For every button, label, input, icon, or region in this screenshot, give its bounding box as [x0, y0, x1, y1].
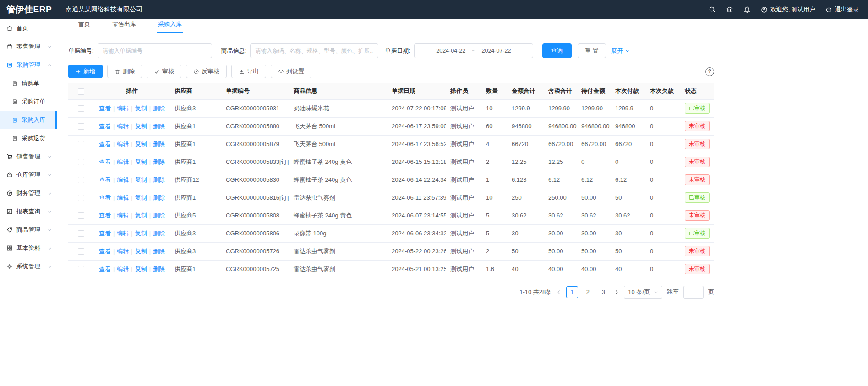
jump-page-input[interactable]	[683, 286, 704, 299]
row-action-copy[interactable]: 复制	[135, 176, 147, 183]
sidebar-item-home[interactable]: 首页	[0, 19, 57, 38]
row-checkbox[interactable]	[78, 266, 84, 272]
search-button[interactable]: 查询	[542, 43, 572, 58]
row-action-view[interactable]: 查看	[99, 176, 111, 183]
logout-button[interactable]: 退出登录	[825, 5, 859, 14]
sidebar-item-purchase-return[interactable]: 采购退货	[0, 129, 57, 147]
page-size-select[interactable]: 10 条/页	[624, 286, 662, 299]
row-action-view[interactable]: 查看	[99, 194, 111, 201]
row-action-copy[interactable]: 复制	[135, 194, 147, 201]
row-action-delete[interactable]: 删除	[153, 105, 165, 112]
row-action-edit[interactable]: 编辑	[117, 105, 129, 112]
row-action-edit[interactable]: 编辑	[117, 158, 129, 165]
row-action-edit[interactable]: 编辑	[117, 194, 129, 201]
tab-purchase-inbound[interactable]: 采购入库	[157, 19, 183, 33]
row-checkbox[interactable]	[78, 159, 84, 165]
row-action-edit[interactable]: 编辑	[117, 123, 129, 130]
row-action-view[interactable]: 查看	[99, 105, 111, 112]
row-action-copy[interactable]: 复制	[135, 105, 147, 112]
row-action-copy[interactable]: 复制	[135, 212, 147, 219]
row-action-edit[interactable]: 编辑	[117, 141, 129, 147]
page-button[interactable]: 3	[597, 286, 609, 298]
date-start-value[interactable]: 2024-04-22	[436, 48, 465, 54]
column-settings-button[interactable]: 列设置	[271, 65, 311, 78]
select-all-checkbox[interactable]	[78, 88, 84, 95]
row-action-delete[interactable]: 删除	[153, 176, 165, 183]
welcome-user[interactable]: 欢迎您, 测试用户	[761, 5, 815, 14]
tab-retail-outbound[interactable]: 零售出库	[111, 19, 137, 33]
row-action-copy[interactable]: 复制	[135, 266, 147, 272]
date-end-value[interactable]: 2024-07-22	[482, 48, 511, 54]
sidebar-item-basic-data[interactable]: 基本资料	[0, 239, 57, 257]
row-action-view[interactable]: 查看	[99, 141, 111, 147]
cell-supplier: 供应商1	[170, 260, 221, 278]
row-action-delete[interactable]: 删除	[153, 266, 165, 272]
page-button[interactable]: 2	[582, 286, 594, 298]
row-action-view[interactable]: 查看	[99, 266, 111, 272]
row-action-delete[interactable]: 删除	[153, 212, 165, 219]
search-icon[interactable]	[709, 6, 716, 13]
export-button[interactable]: 导出	[231, 65, 266, 78]
cell-status: 未审核	[680, 171, 714, 189]
document-icon	[12, 81, 18, 87]
row-action-delete[interactable]: 删除	[153, 230, 165, 237]
date-range-picker[interactable]: 2024-04-22 ~ 2024-07-22	[414, 43, 533, 58]
delete-button[interactable]: 删除	[107, 65, 142, 78]
column-header: 含税合计	[544, 83, 577, 99]
expand-filters-link[interactable]: 展开	[611, 47, 630, 55]
sidebar-item-warehouse[interactable]: 仓库管理	[0, 166, 57, 184]
row-action-view[interactable]: 查看	[99, 123, 111, 130]
row-action-delete[interactable]: 删除	[153, 248, 165, 255]
prev-page-icon[interactable]	[556, 289, 562, 295]
row-action-copy[interactable]: 复制	[135, 158, 147, 165]
sidebar-item-purchase-inbound[interactable]: 采购入库	[0, 111, 57, 129]
row-action-edit[interactable]: 编辑	[117, 266, 129, 272]
next-page-icon[interactable]	[614, 289, 619, 295]
page-button[interactable]: 1	[566, 286, 578, 298]
sidebar-item-sales[interactable]: 销售管理	[0, 147, 57, 166]
tab-home[interactable]: 首页	[77, 19, 91, 33]
row-action-delete[interactable]: 删除	[153, 141, 165, 147]
row-action-edit[interactable]: 编辑	[117, 176, 129, 183]
row-action-view[interactable]: 查看	[99, 230, 111, 237]
row-action-edit[interactable]: 编辑	[117, 248, 129, 255]
sidebar-item-finance[interactable]: 财务管理	[0, 184, 57, 202]
audit-button[interactable]: 审核	[147, 65, 181, 78]
sidebar-item-purchase[interactable]: 采购管理	[0, 56, 57, 74]
row-action-edit[interactable]: 编辑	[117, 230, 129, 237]
row-checkbox[interactable]	[78, 212, 84, 219]
bell-icon[interactable]	[743, 6, 751, 13]
row-action-copy[interactable]: 复制	[135, 123, 147, 130]
reset-button[interactable]: 重 置	[578, 43, 606, 58]
row-checkbox[interactable]	[78, 195, 84, 201]
row-checkbox[interactable]	[78, 141, 84, 147]
row-action-view[interactable]: 查看	[99, 158, 111, 165]
row-action-view[interactable]: 查看	[99, 248, 111, 255]
sidebar-item-purchase-order[interactable]: 采购订单	[0, 92, 57, 111]
row-action-edit[interactable]: 编辑	[117, 212, 129, 219]
sidebar-item-purchase-request[interactable]: 请购单	[0, 74, 57, 92]
row-checkbox[interactable]	[78, 177, 84, 183]
sidebar-item-label: 基本资料	[16, 244, 40, 252]
sidebar-item-retail[interactable]: 零售管理	[0, 38, 57, 56]
unaudit-button[interactable]: 反审核	[186, 65, 227, 78]
sidebar-item-goods[interactable]: 商品管理	[0, 221, 57, 239]
building-icon[interactable]	[726, 6, 733, 13]
row-action-delete[interactable]: 删除	[153, 194, 165, 201]
row-checkbox[interactable]	[78, 248, 84, 255]
sidebar-item-system[interactable]: 系统管理	[0, 257, 57, 276]
product-info-input[interactable]	[250, 43, 378, 58]
row-action-view[interactable]: 查看	[99, 212, 111, 219]
row-action-copy[interactable]: 复制	[135, 141, 147, 147]
row-checkbox[interactable]	[78, 230, 84, 237]
row-checkbox[interactable]	[78, 105, 84, 112]
row-action-delete[interactable]: 删除	[153, 158, 165, 165]
help-icon[interactable]: ?	[705, 67, 714, 76]
sidebar-item-reports[interactable]: 报表查询	[0, 202, 57, 221]
bill-no-input[interactable]	[98, 43, 212, 58]
row-action-copy[interactable]: 复制	[135, 230, 147, 237]
row-action-delete[interactable]: 删除	[153, 123, 165, 130]
row-checkbox[interactable]	[78, 123, 84, 130]
add-button[interactable]: 新增	[68, 65, 103, 78]
row-action-copy[interactable]: 复制	[135, 248, 147, 255]
